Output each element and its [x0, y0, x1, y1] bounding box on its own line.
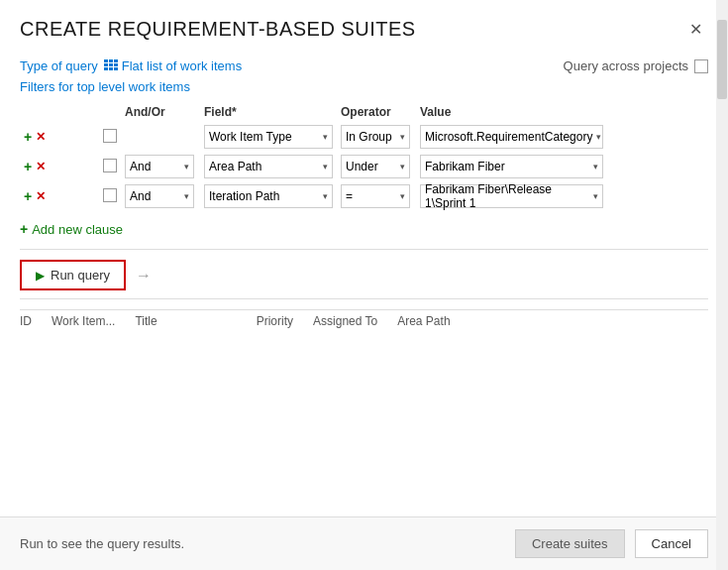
row1-operator-arrow-icon: ▾: [400, 132, 405, 142]
row2-value-select[interactable]: Fabrikam Fiber ▾: [420, 155, 603, 178]
row2-checkbox-cell: [99, 152, 121, 181]
col-assigned: Assigned To: [313, 314, 377, 328]
svg-rect-2: [114, 59, 118, 62]
row1-field-arrow-icon: ▾: [323, 132, 328, 142]
cancel-button[interactable]: Cancel: [635, 529, 708, 558]
row3-add-button[interactable]: +: [24, 189, 32, 203]
col-workitem: Work Item...: [52, 314, 115, 328]
row3-actions: + ✕: [20, 181, 99, 211]
row1-value-select[interactable]: Microsoft.RequirementCategory ▾: [420, 125, 603, 149]
row1-field-cell: Work Item Type ▾: [200, 122, 337, 152]
svg-rect-8: [114, 67, 118, 70]
col-areapath: Area Path: [397, 314, 450, 328]
row2-field-cell: Area Path ▾: [200, 152, 337, 181]
row2-andor-select[interactable]: And ▾: [125, 155, 194, 178]
col-priority: Priority: [257, 314, 293, 328]
svg-rect-3: [104, 63, 108, 66]
scrollbar-thumb[interactable]: [717, 20, 727, 99]
col-field-header: Field*: [200, 102, 337, 122]
play-icon: ▶: [36, 269, 45, 283]
run-query-button[interactable]: ▶ Run query: [20, 260, 126, 290]
add-clause-plus-icon: +: [20, 221, 28, 237]
scrollbar-track[interactable]: [716, 0, 728, 570]
query-type-row: Type of query: [20, 58, 708, 73]
query-across-label: Query across projects: [564, 58, 688, 73]
svg-rect-0: [104, 59, 108, 62]
table-row: + ✕ And ▾ Are: [20, 152, 708, 181]
row1-operator-select[interactable]: In Group ▾: [341, 125, 410, 149]
row2-field-select[interactable]: Area Path ▾: [204, 155, 333, 178]
dialog-footer: Run to see the query results. Create sui…: [0, 516, 728, 570]
row2-andor-arrow-icon: ▾: [184, 162, 189, 171]
row2-field-arrow-icon: ▾: [323, 162, 328, 171]
run-query-label: Run query: [51, 268, 110, 283]
dialog-header: CREATE REQUIREMENT-BASED SUITES ✕: [0, 0, 728, 51]
row1-value-arrow-icon: ▾: [596, 132, 601, 142]
row1-checkbox-cell: [99, 122, 121, 152]
col-operator-header: Operator: [337, 102, 416, 122]
table-row: + ✕ And ▾ Ite: [20, 181, 708, 211]
query-across-checkbox[interactable]: [694, 59, 708, 73]
close-button[interactable]: ✕: [683, 20, 708, 40]
add-clause-label: Add new clause: [32, 222, 123, 237]
footer-message: Run to see the query results.: [20, 536, 184, 551]
query-table: And/Or Field* Operator Value: [20, 102, 708, 211]
row1-field-select[interactable]: Work Item Type ▾: [204, 125, 333, 149]
row2-value-cell: Fabrikam Fiber ▾: [416, 152, 708, 181]
row3-field-arrow-icon: ▾: [323, 191, 328, 201]
row3-field-select[interactable]: Iteration Path ▾: [204, 184, 333, 208]
row2-actions: + ✕: [20, 152, 99, 181]
row1-remove-button[interactable]: ✕: [36, 131, 46, 143]
row2-checkbox[interactable]: [103, 159, 117, 172]
row1-checkbox[interactable]: [103, 129, 117, 143]
row3-operator-select[interactable]: = ▾: [341, 184, 410, 208]
row1-value-cell: Microsoft.RequirementCategory ▾: [416, 122, 708, 152]
svg-rect-5: [114, 63, 118, 66]
create-suites-button[interactable]: Create suites: [515, 529, 625, 558]
row1-add-button[interactable]: +: [24, 130, 32, 144]
row2-operator-arrow-icon: ▾: [400, 162, 405, 171]
svg-rect-1: [109, 59, 113, 62]
row2-value-arrow-icon: ▾: [593, 162, 598, 171]
row2-add-button[interactable]: +: [24, 160, 32, 173]
col-actions: [20, 102, 99, 122]
row3-checkbox[interactable]: [103, 188, 117, 202]
dialog-body: Type of query: [0, 51, 728, 516]
row3-operator-arrow-icon: ▾: [400, 191, 405, 201]
footer-buttons: Create suites Cancel: [515, 529, 708, 558]
col-id: ID: [20, 314, 32, 328]
row1-andor-cell: [121, 122, 200, 152]
arrow-right-icon: →: [136, 267, 152, 285]
svg-rect-6: [104, 67, 108, 70]
row2-andor-cell: And ▾: [121, 152, 200, 181]
dialog-title: CREATE REQUIREMENT-BASED SUITES: [20, 18, 416, 41]
col-andor-header: And/Or: [121, 102, 200, 122]
col-checkbox: [99, 102, 121, 122]
query-type-left: Type of query: [20, 58, 242, 73]
query-across-section: Query across projects: [564, 58, 708, 73]
run-query-section: ▶ Run query →: [20, 260, 708, 290]
row1-actions: + ✕: [20, 122, 99, 152]
table-row: + ✕ Work Item Type ▾: [20, 122, 708, 152]
row2-remove-button[interactable]: ✕: [36, 161, 46, 172]
row3-field-cell: Iteration Path ▾: [200, 181, 337, 211]
add-clause-button[interactable]: + Add new clause: [20, 219, 708, 239]
flat-list-link[interactable]: Flat list of work items: [104, 58, 242, 73]
row3-andor-cell: And ▾: [121, 181, 200, 211]
results-body: [20, 332, 708, 509]
col-title: Title: [135, 314, 156, 328]
row3-value-cell: Fabrikam Fiber\Release 1\Sprint 1 ▾: [416, 181, 708, 211]
row3-operator-cell: = ▾: [337, 181, 416, 211]
row3-value-select[interactable]: Fabrikam Fiber\Release 1\Sprint 1 ▾: [420, 184, 603, 208]
svg-rect-7: [109, 67, 113, 70]
row3-remove-button[interactable]: ✕: [36, 190, 46, 202]
create-requirement-suites-dialog: CREATE REQUIREMENT-BASED SUITES ✕ Type o…: [0, 0, 728, 570]
row3-checkbox-cell: [99, 181, 121, 211]
row3-andor-select[interactable]: And ▾: [125, 184, 194, 208]
row2-operator-select[interactable]: Under ▾: [341, 155, 410, 178]
row2-operator-cell: Under ▾: [337, 152, 416, 181]
results-header: ID Work Item... Title Priority Assigned …: [20, 309, 708, 332]
divider2: [20, 298, 708, 299]
row3-value-arrow-icon: ▾: [593, 191, 598, 201]
row1-operator-cell: In Group ▾: [337, 122, 416, 152]
